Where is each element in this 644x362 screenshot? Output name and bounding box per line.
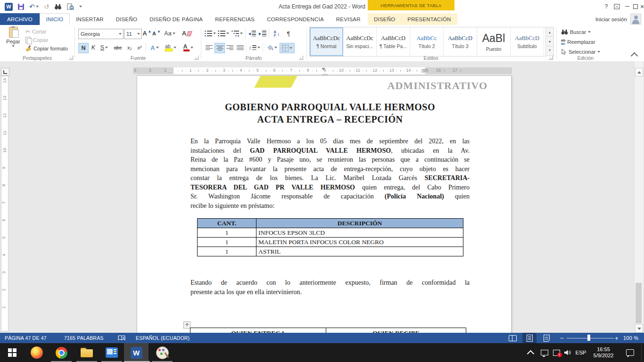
document-page[interactable]: ADMINISTRATIVO GOBIERNO PARROQUIAL VALLE… xyxy=(137,75,512,334)
font-size-value[interactable]: 11 xyxy=(124,31,137,37)
style-item[interactable]: AaBbCcTítulo 2 xyxy=(410,27,444,56)
start-button[interactable] xyxy=(0,343,25,362)
tab-dise-o[interactable]: DISEÑO xyxy=(110,13,143,25)
sign-in[interactable]: Iniciar sesión xyxy=(595,14,641,25)
font-family-value[interactable]: Georgia xyxy=(79,31,119,37)
vertical-ruler[interactable]: 1413121110987654321 xyxy=(1,76,8,331)
taskbar-word[interactable]: W xyxy=(124,343,149,362)
style-item[interactable]: AaBlPuesto xyxy=(477,27,511,56)
font-family-combo[interactable]: Georgia xyxy=(78,29,124,39)
tab-inicio[interactable]: INICIO xyxy=(40,13,70,25)
tab-presentaci-n[interactable]: PRESENTACIÓN xyxy=(401,13,457,25)
decrease-indent-button[interactable] xyxy=(248,29,257,38)
ribbon-display-options-button[interactable] xyxy=(613,3,620,10)
borders-button[interactable] xyxy=(280,43,295,53)
show-desktop-button[interactable] xyxy=(641,343,644,362)
line-spacing-button[interactable]: ↕ xyxy=(248,43,261,52)
font-dialog-launcher-icon[interactable] xyxy=(194,56,198,60)
align-left-button[interactable] xyxy=(204,43,214,52)
strikethrough-button[interactable]: abc xyxy=(112,43,124,52)
web-layout-button[interactable] xyxy=(539,333,553,343)
tab-referencias[interactable]: REFERENCIAS xyxy=(209,13,261,25)
tab-revisar[interactable]: REVISAR xyxy=(330,13,367,25)
help-button[interactable]: ? xyxy=(603,3,610,10)
network-icon[interactable] xyxy=(538,343,551,362)
avatar[interactable] xyxy=(630,14,641,25)
taskbar-chrome[interactable] xyxy=(49,343,74,362)
print-layout-button[interactable] xyxy=(522,333,537,343)
highlight-button[interactable]: ab xyxy=(164,43,178,52)
font-family-caret-icon[interactable] xyxy=(119,33,122,35)
replace-button[interactable]: abac Reemplazar xyxy=(561,38,595,46)
style-item[interactable]: AaBbCcDTítulo 3 xyxy=(444,27,477,56)
security-alert-icon[interactable]: ! xyxy=(550,343,563,362)
tab-dise-o[interactable]: DISEÑO xyxy=(368,13,401,25)
tray-chevron-icon[interactable] xyxy=(525,343,536,362)
font-size-caret-icon[interactable] xyxy=(137,33,140,35)
vertical-scrollbar[interactable] xyxy=(634,61,643,333)
collapse-ribbon-button[interactable] xyxy=(632,53,637,58)
clock[interactable]: 16:555/9/2022 xyxy=(588,343,619,362)
align-right-button[interactable] xyxy=(225,43,234,52)
format-painter-button[interactable]: Copiar formato xyxy=(25,45,68,51)
subscript-button[interactable]: x₂ xyxy=(125,43,134,52)
font-size-combo[interactable]: 11 xyxy=(124,29,142,39)
styles-more-icon[interactable]: ⯆ xyxy=(545,46,554,56)
style-item[interactable]: AaBbCcDSubtítulo xyxy=(511,27,544,56)
grow-font-button[interactable]: A▲ xyxy=(143,29,151,38)
language-indicator[interactable]: ESPAÑOL (ECUADOR) xyxy=(136,333,190,343)
styles-dialog-launcher-icon[interactable] xyxy=(549,56,553,60)
close-button[interactable]: × xyxy=(638,3,644,10)
read-mode-button[interactable] xyxy=(505,333,520,343)
zoom-level[interactable]: 100 % xyxy=(623,333,638,343)
keyboard-language[interactable]: ESP xyxy=(573,343,588,362)
tab-selector[interactable] xyxy=(1,68,9,76)
paste-caret-icon[interactable] xyxy=(12,45,15,47)
scroll-down-icon[interactable] xyxy=(635,324,643,333)
bold-button[interactable]: N xyxy=(78,43,89,53)
shrink-font-button[interactable]: A▼ xyxy=(152,29,161,38)
volume-icon[interactable] xyxy=(562,343,573,362)
align-center-button[interactable] xyxy=(215,43,225,53)
find-button[interactable]: Buscar xyxy=(561,28,591,36)
style-item[interactable]: AaBbCcDc¶ Normal xyxy=(310,27,343,56)
style-item[interactable]: AaBbCcD¶ Table Pa... xyxy=(377,27,410,56)
zoom-in-button[interactable]: + xyxy=(615,333,619,343)
taskbar-management-app[interactable] xyxy=(99,343,124,362)
clear-formatting-button[interactable]: A xyxy=(182,29,192,38)
word-count[interactable]: 7165 PALABRAS xyxy=(64,333,104,343)
table-move-handle-icon[interactable]: ✛ xyxy=(183,321,190,329)
taskbar-explorer[interactable] xyxy=(74,343,99,362)
action-center-icon[interactable] xyxy=(623,343,636,362)
select-button[interactable]: Seleccionar xyxy=(561,48,600,56)
change-case-button[interactable]: Aa xyxy=(164,29,176,38)
sign-in-label[interactable]: Iniciar sesión xyxy=(595,16,627,22)
tab-dise-o-de-p-gina[interactable]: DISEÑO DE PÁGINA xyxy=(143,13,209,25)
text-effects-button[interactable]: A xyxy=(149,43,161,52)
bullets-button[interactable] xyxy=(204,29,216,38)
left-margin-marker-icon[interactable] xyxy=(168,69,172,73)
italic-button[interactable]: K xyxy=(89,43,98,52)
shading-button[interactable] xyxy=(265,43,278,52)
superscript-button[interactable]: x² xyxy=(135,43,144,52)
show-marks-button[interactable]: ¶ xyxy=(284,29,293,38)
tab-insertar[interactable]: INSERTAR xyxy=(70,13,110,25)
minimize-button[interactable] xyxy=(623,3,631,10)
taskbar-firefox[interactable] xyxy=(25,343,49,362)
scroll-up-icon[interactable] xyxy=(635,68,643,76)
paste-button[interactable]: Pegar xyxy=(2,27,24,55)
zoom-slider-thumb[interactable] xyxy=(587,335,590,341)
clipboard-dialog-launcher-icon[interactable] xyxy=(69,56,73,60)
justify-button[interactable] xyxy=(235,43,245,52)
page-indicator[interactable]: PÁGINA 47 DE 47 xyxy=(5,333,47,343)
styles-scroll-up-icon[interactable]: ▲ xyxy=(545,27,554,37)
proofing-status-icon[interactable] xyxy=(118,333,126,343)
sort-button[interactable]: AZ ↓ xyxy=(271,29,282,38)
increase-indent-button[interactable] xyxy=(258,29,267,38)
styles-scroll-down-icon[interactable]: ▼ xyxy=(545,36,554,47)
zoom-out-button[interactable]: − xyxy=(560,333,564,343)
tab-correspondencia[interactable]: CORRESPONDENCIA xyxy=(261,13,330,25)
paragraph-dialog-launcher-icon[interactable] xyxy=(299,56,303,60)
scrollbar-thumb[interactable] xyxy=(636,283,642,323)
taskbar-paint[interactable] xyxy=(150,343,174,362)
